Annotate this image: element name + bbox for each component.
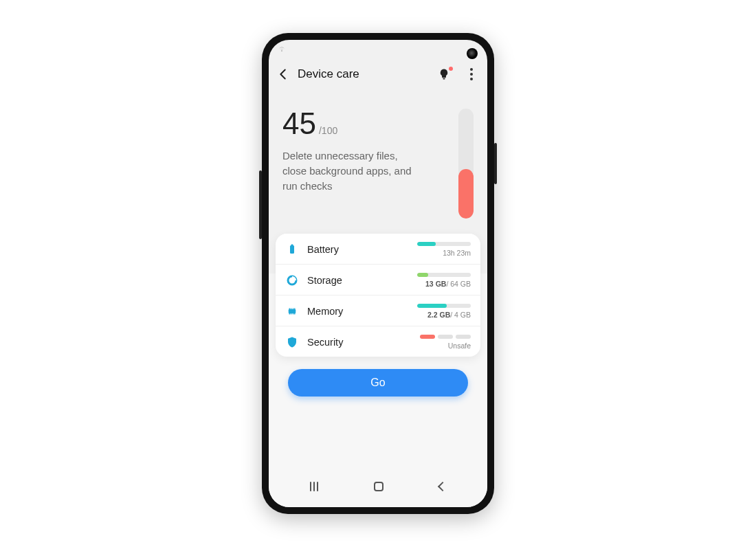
metrics-card: Battery 13h 23m Storage 13 GB/ 64 GB xyxy=(276,234,480,357)
recents-button[interactable] xyxy=(310,482,318,491)
memory-bar xyxy=(417,304,471,308)
storage-bar xyxy=(417,273,471,277)
score-value: 45 xyxy=(282,109,316,139)
svg-rect-1 xyxy=(291,245,293,246)
shield-icon xyxy=(285,335,299,349)
score-meter xyxy=(458,109,474,219)
back-button[interactable] xyxy=(276,67,291,82)
status-bar xyxy=(269,40,487,58)
storage-value: 13 GB/ 64 GB xyxy=(417,280,471,288)
wifi-icon xyxy=(277,44,287,54)
page-title: Device care xyxy=(298,67,431,81)
svg-rect-3 xyxy=(289,309,296,313)
notification-dot xyxy=(449,67,453,71)
memory-bar-fill xyxy=(417,304,447,308)
front-camera xyxy=(467,48,478,59)
battery-icon xyxy=(285,243,299,256)
memory-label: Memory xyxy=(307,306,343,317)
nav-bar xyxy=(269,471,487,502)
security-segments xyxy=(417,335,471,339)
battery-row[interactable]: Battery 13h 23m xyxy=(276,234,480,265)
go-button[interactable]: Go xyxy=(288,369,468,397)
battery-bar xyxy=(417,242,471,246)
tips-icon[interactable] xyxy=(438,68,450,80)
score-meter-fill xyxy=(458,169,474,219)
memory-value: 2.2 GB/ 4 GB xyxy=(417,311,471,319)
battery-value: 13h 23m xyxy=(417,249,471,257)
battery-label: Battery xyxy=(307,244,339,255)
memory-row[interactable]: Memory 2.2 GB/ 4 GB xyxy=(276,295,480,326)
svg-rect-0 xyxy=(290,245,294,254)
security-seg-3 xyxy=(456,335,471,339)
score-section: 45/100 Delete unnecessary files, close b… xyxy=(269,91,487,239)
security-label: Security xyxy=(307,337,343,348)
battery-bar-fill xyxy=(417,242,436,246)
score-message: Delete unnecessary files, close backgrou… xyxy=(282,148,413,193)
nav-back-button[interactable] xyxy=(438,482,447,491)
home-button[interactable] xyxy=(374,482,383,491)
security-seg-2 xyxy=(438,335,453,339)
security-seg-1 xyxy=(420,335,435,339)
storage-label: Storage xyxy=(307,275,342,286)
score-max: /100 xyxy=(319,125,337,136)
memory-icon xyxy=(285,304,299,318)
app-bar: Device care xyxy=(269,58,487,91)
more-menu-button[interactable] xyxy=(467,68,476,80)
storage-bar-fill xyxy=(417,273,428,277)
security-status: Unsafe xyxy=(417,342,471,350)
security-row[interactable]: Security Unsafe xyxy=(276,326,480,357)
storage-row[interactable]: Storage 13 GB/ 64 GB xyxy=(276,265,480,295)
storage-icon xyxy=(285,274,299,287)
